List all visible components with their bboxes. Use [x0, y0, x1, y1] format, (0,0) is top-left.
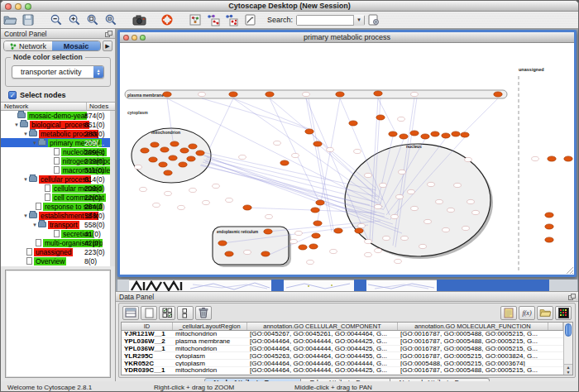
network-node-small[interactable]: [462, 226, 470, 230]
zoom-in-icon[interactable]: [65, 12, 84, 27]
network-node-small[interactable]: [295, 231, 303, 235]
matrix-view-icon[interactable]: [555, 306, 572, 320]
table-row[interactable]: YKR052Ccytoplasm[GO:0044464, GO:0044446,…: [122, 360, 563, 367]
network-node-small[interactable]: [153, 203, 160, 207]
import-attributes-icon[interactable]: [537, 306, 553, 320]
network-node-small[interactable]: [467, 199, 475, 203]
network-node[interactable]: [261, 251, 270, 256]
scrollbar-thumb[interactable]: [565, 323, 572, 337]
open-file-icon[interactable]: [1, 12, 19, 27]
network-canvas[interactable]: unassignedplasma membranecytoplasmnucleu…: [120, 43, 574, 275]
network-edge[interactable]: [233, 98, 309, 129]
network-node-small[interactable]: [203, 200, 210, 204]
unselect-attributes-icon[interactable]: [177, 306, 194, 320]
network-node-small[interactable]: [472, 210, 480, 214]
tab-mosaic[interactable]: Mosaic: [52, 41, 100, 50]
select-nodes-checkbox[interactable]: ✓: [8, 91, 17, 99]
float-panel-icon[interactable]: [105, 31, 112, 37]
node-color-dropdown[interactable]: transporter activity ▲▼: [12, 65, 104, 79]
network-node[interactable]: [187, 156, 195, 161]
network-node-small[interactable]: [365, 173, 372, 177]
disclosure-triangle-icon[interactable]: ▼: [22, 213, 29, 218]
network-node[interactable]: [225, 251, 233, 256]
network-node[interactable]: [179, 162, 187, 167]
network-node-small[interactable]: [307, 260, 314, 264]
float-data-panel-icon[interactable]: [568, 294, 576, 300]
column-header[interactable]: annotation.GO MOLECULAR_FUNCTION: [398, 323, 548, 330]
network-node-small[interactable]: [408, 189, 415, 194]
network-node[interactable]: [163, 92, 171, 97]
tab-network[interactable]: Network: [4, 41, 52, 50]
column-header[interactable]: [548, 323, 563, 330]
vizmapper-icon[interactable]: [186, 12, 204, 27]
network-node-small[interactable]: [165, 191, 172, 195]
tree-header-nodes[interactable]: Nodes: [87, 103, 115, 110]
network-node-small[interactable]: [178, 205, 185, 209]
network-node[interactable]: [545, 213, 553, 218]
network-node[interactable]: [160, 147, 169, 152]
disclosure-triangle-icon[interactable]: ▼: [22, 177, 29, 182]
network-edge[interactable]: [378, 98, 395, 131]
tree-row-macromolecule[interactable]: ▼macromolecule311(0): [1, 165, 110, 174]
network-edge[interactable]: [202, 98, 310, 130]
network-node[interactable]: [229, 92, 237, 97]
network-from-selection-icon[interactable]: [204, 12, 223, 27]
network-node-small[interactable]: [239, 155, 246, 159]
tree-row-transport[interactable]: ▼transport558(0): [1, 220, 110, 229]
network-node-small[interactable]: [330, 249, 337, 253]
network-node-small[interactable]: [411, 92, 419, 96]
table-row[interactable]: YLR295Ccytoplasm[GO:0045263, GO:0044464,…: [122, 352, 563, 360]
tree-row-mosaic-demo-yeast[interactable]: ▼mosaic-demo-yeast874(0): [1, 111, 110, 120]
network-node[interactable]: [545, 224, 553, 229]
zoom-out-icon[interactable]: [47, 12, 65, 27]
table-row[interactable]: YDR039C__1mitochondrion[GO:0044464, GO:0…: [122, 367, 563, 375]
network-node[interactable]: [312, 233, 320, 238]
network-node[interactable]: [313, 221, 322, 226]
network-node[interactable]: [336, 92, 344, 97]
tree-row-biological-process[interactable]: ▼biological_process651(0): [1, 120, 110, 129]
disclosure-triangle-icon[interactable]: ▼: [31, 222, 38, 227]
annotation-icon[interactable]: [241, 12, 259, 27]
network-node-small[interactable]: [424, 219, 432, 223]
network-node[interactable]: [170, 141, 179, 146]
network-node-small[interactable]: [199, 92, 206, 96]
network-node[interactable]: [305, 129, 313, 134]
network-node[interactable]: [189, 144, 197, 149]
tree-row-metabolic-process[interactable]: ▼metabolic process280(0): [1, 129, 110, 138]
network-node-small[interactable]: [411, 206, 419, 210]
network-node[interactable]: [151, 142, 159, 147]
network-edge[interactable]: [464, 98, 498, 132]
network-node-small[interactable]: [395, 259, 402, 263]
network-node-small[interactable]: [398, 117, 405, 121]
network-node[interactable]: [442, 133, 450, 138]
disclosure-triangle-icon[interactable]: ▼: [31, 141, 38, 146]
help-ring-icon[interactable]: [158, 12, 176, 27]
network-node[interactable]: [494, 92, 502, 97]
column-header[interactable]: _cellularLayoutRegion: [173, 323, 247, 330]
search-input[interactable]: [297, 16, 353, 25]
notes-icon[interactable]: [500, 306, 517, 320]
table-scrollbar[interactable]: ▲▼: [563, 323, 572, 375]
column-header[interactable]: ID: [122, 323, 173, 330]
network-node[interactable]: [180, 148, 189, 153]
resize-grip[interactable]: [566, 266, 574, 275]
network-node-small[interactable]: [358, 223, 366, 227]
attribute-table-icon[interactable]: [122, 306, 139, 320]
column-header[interactable]: annotation.GO CELLULAR_COMPONENT: [247, 323, 398, 330]
network-node[interactable]: [218, 241, 227, 246]
network-node[interactable]: [280, 160, 289, 165]
network-node-small[interactable]: [292, 153, 299, 157]
network-node-small[interactable]: [266, 214, 273, 218]
network-node-small[interactable]: [303, 92, 310, 96]
tree-row-nucleobase-c[interactable]: ▼nucleobase-c209(0): [1, 147, 110, 156]
network-node-small[interactable]: [419, 244, 427, 248]
network-node[interactable]: [461, 132, 469, 137]
snapshot-camera-icon[interactable]: [130, 12, 148, 27]
network-node-small[interactable]: [365, 239, 372, 243]
network-node-small[interactable]: [375, 204, 382, 208]
network-node-small[interactable]: [189, 188, 197, 192]
network-node-small[interactable]: [380, 183, 387, 187]
network-node-small[interactable]: [465, 157, 472, 161]
network-node-small[interactable]: [213, 184, 220, 188]
zoom-selected-region-icon[interactable]: [102, 12, 120, 27]
